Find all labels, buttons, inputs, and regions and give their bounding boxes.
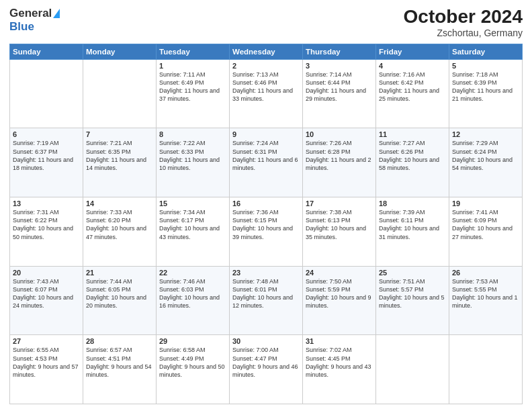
day-info: Sunrise: 7:36 AM Sunset: 6:15 PM Dayligh…	[232, 208, 300, 241]
table-row: 5Sunrise: 7:18 AM Sunset: 6:39 PM Daylig…	[449, 59, 523, 128]
day-info: Sunrise: 7:53 AM Sunset: 5:55 PM Dayligh…	[452, 277, 519, 310]
calendar-title: October 2024	[404, 7, 523, 28]
table-row: 21Sunrise: 7:44 AM Sunset: 6:05 PM Dayli…	[83, 266, 157, 335]
day-info: Sunrise: 7:19 AM Sunset: 6:37 PM Dayligh…	[13, 139, 80, 172]
calendar-week-3: 13Sunrise: 7:31 AM Sunset: 6:22 PM Dayli…	[10, 197, 523, 267]
day-number: 22	[159, 269, 226, 277]
day-number: 27	[13, 337, 80, 345]
col-saturday: Saturday	[449, 44, 523, 59]
day-info: Sunrise: 7:44 AM Sunset: 6:05 PM Dayligh…	[86, 277, 153, 310]
table-row: 31Sunrise: 7:02 AM Sunset: 4:45 PM Dayli…	[303, 335, 376, 404]
day-number: 15	[159, 199, 226, 208]
day-number: 5	[452, 62, 519, 70]
table-row: 23Sunrise: 7:48 AM Sunset: 6:01 PM Dayli…	[230, 266, 303, 335]
day-info: Sunrise: 7:34 AM Sunset: 6:17 PM Dayligh…	[159, 208, 226, 241]
day-number: 4	[379, 62, 446, 70]
col-thursday: Thursday	[303, 44, 376, 59]
day-info: Sunrise: 6:58 AM Sunset: 4:49 PM Dayligh…	[159, 346, 226, 379]
table-row: 14Sunrise: 7:33 AM Sunset: 6:20 PM Dayli…	[83, 197, 157, 267]
day-info: Sunrise: 7:29 AM Sunset: 6:24 PM Dayligh…	[452, 139, 519, 172]
day-number: 1	[159, 62, 226, 70]
day-info: Sunrise: 7:39 AM Sunset: 6:11 PM Dayligh…	[379, 208, 446, 241]
table-row: 26Sunrise: 7:53 AM Sunset: 5:55 PM Dayli…	[449, 266, 523, 335]
day-number: 13	[13, 199, 80, 208]
day-info: Sunrise: 7:46 AM Sunset: 6:03 PM Dayligh…	[159, 277, 226, 310]
table-row: 30Sunrise: 7:00 AM Sunset: 4:47 PM Dayli…	[230, 335, 303, 404]
table-row: 7Sunrise: 7:21 AM Sunset: 6:35 PM Daylig…	[83, 128, 157, 197]
day-info: Sunrise: 7:00 AM Sunset: 4:47 PM Dayligh…	[232, 346, 300, 379]
day-info: Sunrise: 7:13 AM Sunset: 6:46 PM Dayligh…	[232, 71, 300, 103]
day-number: 19	[452, 199, 519, 208]
table-row: 25Sunrise: 7:51 AM Sunset: 5:57 PM Dayli…	[376, 266, 449, 335]
day-info: Sunrise: 7:24 AM Sunset: 6:31 PM Dayligh…	[232, 139, 300, 172]
day-number: 6	[13, 130, 80, 138]
calendar-week-1: 1Sunrise: 7:11 AM Sunset: 6:49 PM Daylig…	[10, 59, 523, 128]
calendar-subtitle: Zschortau, Germany	[404, 28, 523, 38]
day-number: 7	[86, 130, 153, 138]
col-monday: Monday	[83, 44, 157, 59]
day-number: 29	[159, 337, 226, 345]
day-number: 20	[13, 269, 80, 277]
header: General Blue October 2024 Zschortau, Ger…	[9, 7, 523, 38]
day-number: 2	[232, 62, 300, 70]
calendar-week-5: 27Sunrise: 6:55 AM Sunset: 4:53 PM Dayli…	[10, 335, 523, 404]
day-info: Sunrise: 7:11 AM Sunset: 6:49 PM Dayligh…	[159, 71, 226, 103]
page: General Blue October 2024 Zschortau, Ger…	[0, 0, 532, 411]
table-row: 2Sunrise: 7:13 AM Sunset: 6:46 PM Daylig…	[230, 59, 303, 128]
table-row: 8Sunrise: 7:22 AM Sunset: 6:33 PM Daylig…	[157, 128, 230, 197]
table-row: 13Sunrise: 7:31 AM Sunset: 6:22 PM Dayli…	[10, 197, 83, 267]
day-number: 16	[232, 199, 300, 208]
table-row	[83, 59, 157, 128]
day-number: 3	[306, 62, 373, 70]
day-number: 9	[232, 130, 300, 138]
col-sunday: Sunday	[10, 44, 83, 59]
calendar-header-row: Sunday Monday Tuesday Wednesday Thursday…	[10, 44, 523, 59]
table-row: 17Sunrise: 7:38 AM Sunset: 6:13 PM Dayli…	[303, 197, 376, 267]
table-row: 9Sunrise: 7:24 AM Sunset: 6:31 PM Daylig…	[230, 128, 303, 197]
table-row: 10Sunrise: 7:26 AM Sunset: 6:28 PM Dayli…	[303, 128, 376, 197]
calendar-week-4: 20Sunrise: 7:43 AM Sunset: 6:07 PM Dayli…	[10, 266, 523, 335]
day-info: Sunrise: 7:48 AM Sunset: 6:01 PM Dayligh…	[232, 277, 300, 310]
day-info: Sunrise: 7:31 AM Sunset: 6:22 PM Dayligh…	[13, 208, 80, 241]
day-info: Sunrise: 7:26 AM Sunset: 6:28 PM Dayligh…	[306, 139, 373, 172]
day-number: 14	[86, 199, 153, 208]
day-number: 17	[306, 199, 373, 208]
table-row	[376, 335, 449, 404]
day-info: Sunrise: 6:55 AM Sunset: 4:53 PM Dayligh…	[13, 346, 80, 379]
table-row: 3Sunrise: 7:14 AM Sunset: 6:44 PM Daylig…	[303, 59, 376, 128]
calendar-week-2: 6Sunrise: 7:19 AM Sunset: 6:37 PM Daylig…	[10, 128, 523, 197]
day-number: 21	[86, 269, 153, 277]
logo-general-text: General	[9, 7, 52, 20]
table-row: 6Sunrise: 7:19 AM Sunset: 6:37 PM Daylig…	[10, 128, 83, 197]
title-block: October 2024 Zschortau, Germany	[404, 7, 523, 38]
table-row: 11Sunrise: 7:27 AM Sunset: 6:26 PM Dayli…	[376, 128, 449, 197]
day-info: Sunrise: 7:50 AM Sunset: 5:59 PM Dayligh…	[306, 277, 373, 310]
logo-triangle-icon	[53, 9, 60, 18]
day-info: Sunrise: 7:27 AM Sunset: 6:26 PM Dayligh…	[379, 139, 446, 172]
day-info: Sunrise: 7:22 AM Sunset: 6:33 PM Dayligh…	[159, 139, 226, 172]
col-friday: Friday	[376, 44, 449, 59]
day-number: 30	[232, 337, 300, 345]
day-number: 31	[306, 337, 373, 345]
day-info: Sunrise: 7:38 AM Sunset: 6:13 PM Dayligh…	[306, 208, 373, 241]
day-number: 28	[86, 337, 153, 345]
table-row: 1Sunrise: 7:11 AM Sunset: 6:49 PM Daylig…	[157, 59, 230, 128]
table-row: 19Sunrise: 7:41 AM Sunset: 6:09 PM Dayli…	[449, 197, 523, 267]
table-row: 4Sunrise: 7:16 AM Sunset: 6:42 PM Daylig…	[376, 59, 449, 128]
table-row	[449, 335, 523, 404]
col-tuesday: Tuesday	[157, 44, 230, 59]
table-row: 24Sunrise: 7:50 AM Sunset: 5:59 PM Dayli…	[303, 266, 376, 335]
table-row: 16Sunrise: 7:36 AM Sunset: 6:15 PM Dayli…	[230, 197, 303, 267]
day-info: Sunrise: 7:18 AM Sunset: 6:39 PM Dayligh…	[452, 71, 519, 103]
calendar-table: Sunday Monday Tuesday Wednesday Thursday…	[9, 44, 523, 404]
table-row: 15Sunrise: 7:34 AM Sunset: 6:17 PM Dayli…	[157, 197, 230, 267]
day-info: Sunrise: 7:16 AM Sunset: 6:42 PM Dayligh…	[379, 71, 446, 103]
day-number: 11	[379, 130, 446, 138]
day-number: 23	[232, 269, 300, 277]
day-number: 10	[306, 130, 373, 138]
day-info: Sunrise: 7:33 AM Sunset: 6:20 PM Dayligh…	[86, 208, 153, 241]
logo-blue-text: Blue	[9, 20, 34, 33]
table-row: 22Sunrise: 7:46 AM Sunset: 6:03 PM Dayli…	[157, 266, 230, 335]
day-number: 8	[159, 130, 226, 138]
table-row	[10, 59, 83, 128]
